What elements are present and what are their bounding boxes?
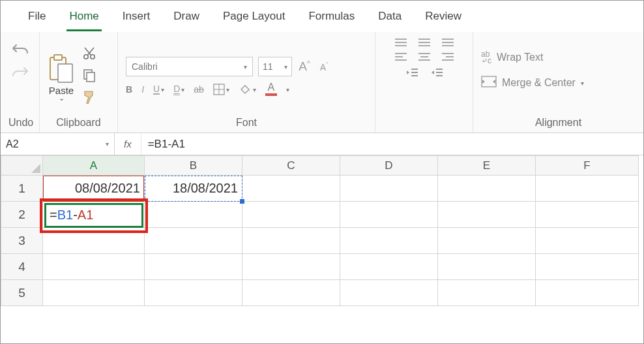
chevron-down-icon: ▾	[253, 86, 256, 93]
cell-C5[interactable]	[242, 280, 340, 306]
chevron-down-icon: ▾	[181, 86, 184, 93]
align-top-icon[interactable]	[395, 39, 407, 46]
merge-center-icon	[481, 76, 497, 90]
underline-button[interactable]: U ▾	[153, 84, 164, 95]
ribbon-body: Undo Paste ⌄ Clipboard	[1, 32, 643, 133]
paste-dropdown-icon[interactable]: ⌄	[59, 96, 65, 100]
col-header-E[interactable]: E	[438, 156, 536, 176]
cell-A3[interactable]	[43, 228, 145, 254]
font-name-value: Calibri	[132, 61, 158, 72]
tab-home[interactable]: Home	[66, 6, 101, 31]
tab-formulas[interactable]: Formulas	[306, 6, 357, 31]
decrease-indent-icon[interactable]	[405, 67, 418, 80]
cell-A5[interactable]	[43, 280, 145, 306]
tab-review[interactable]: Review	[422, 6, 464, 31]
cut-icon[interactable]	[82, 46, 96, 63]
chevron-down-icon: ▾	[161, 86, 164, 93]
row-header-1[interactable]: 1	[1, 176, 43, 202]
cell-D3[interactable]	[340, 228, 438, 254]
tab-insert[interactable]: Insert	[120, 6, 153, 31]
cell-C3[interactable]	[242, 228, 340, 254]
cell-A1[interactable]: 08/08/2021	[43, 176, 145, 202]
copy-icon[interactable]	[82, 68, 96, 84]
tab-file[interactable]: File	[25, 6, 48, 31]
decrease-font-icon[interactable]: Aˇ	[317, 61, 331, 72]
align-bottom-icon[interactable]	[442, 39, 454, 46]
font-size-select[interactable]: 11 ▾	[258, 57, 292, 76]
paste-button[interactable]: Paste ⌄	[48, 54, 75, 100]
tab-data[interactable]: Data	[375, 6, 404, 31]
row-header-5[interactable]: 5	[1, 280, 43, 306]
cell-D4[interactable]	[340, 254, 438, 280]
cell-F1[interactable]	[536, 176, 639, 202]
group-label-clipboard: Clipboard	[48, 114, 110, 130]
cell-C2[interactable]	[242, 202, 340, 228]
undo-icon[interactable]	[11, 42, 29, 57]
svg-rect-2	[58, 64, 72, 82]
worksheet: A B C D E F 1 08/08/2021 18/08/2021 2 3	[1, 155, 643, 306]
bold-button[interactable]: B	[126, 84, 132, 95]
group-label-alignment: Alignment	[481, 114, 636, 130]
align-middle-icon[interactable]	[418, 39, 430, 46]
svg-rect-6	[87, 72, 95, 82]
cell-E2[interactable]	[438, 202, 536, 228]
cell-E1[interactable]	[438, 176, 536, 202]
borders-button[interactable]: ▾	[213, 84, 229, 95]
chevron-down-icon: ▾	[244, 63, 247, 70]
font-name-select[interactable]: Calibri ▾	[126, 57, 253, 76]
col-header-D[interactable]: D	[340, 156, 438, 176]
wrap-text-button[interactable]: ab⤶c Wrap Text	[481, 51, 543, 64]
format-painter-icon[interactable]	[81, 89, 97, 107]
font-size-value: 11	[263, 61, 273, 72]
wrap-text-icon: ab⤶c	[481, 51, 491, 64]
cell-F3[interactable]	[536, 228, 639, 254]
col-header-F[interactable]: F	[536, 156, 639, 176]
font-color-button[interactable]: A	[265, 83, 277, 96]
align-left-icon[interactable]	[395, 53, 407, 61]
double-underline-button[interactable]: D ▾	[173, 84, 184, 95]
row-header-3[interactable]: 3	[1, 228, 43, 254]
cell-F5[interactable]	[536, 280, 639, 306]
cell-E4[interactable]	[438, 254, 536, 280]
cell-B3[interactable]	[145, 228, 242, 254]
increase-font-icon[interactable]: A^	[297, 59, 312, 74]
chevron-down-icon: ▾	[284, 63, 287, 70]
col-header-B[interactable]: B	[145, 156, 242, 176]
strike-button[interactable]: ab	[194, 84, 204, 95]
merge-center-button[interactable]: Merge & Center ▾	[481, 76, 584, 90]
align-right-icon[interactable]	[442, 53, 454, 61]
cell-D1[interactable]	[340, 176, 438, 202]
cell-C1[interactable]	[242, 176, 340, 202]
cell-B2[interactable]	[145, 202, 242, 228]
cell-C4[interactable]	[242, 254, 340, 280]
cell-D2[interactable]	[340, 202, 438, 228]
cell-B5[interactable]	[145, 280, 242, 306]
increase-indent-icon[interactable]	[430, 67, 443, 80]
align-center-icon[interactable]	[418, 53, 430, 61]
italic-button[interactable]: I	[141, 84, 144, 95]
group-font: Calibri ▾ 11 ▾ A^ Aˇ B I U ▾ D ▾ ab ▾	[118, 32, 375, 133]
grid[interactable]: A B C D E F 1 08/08/2021 18/08/2021 2 3	[1, 155, 639, 306]
col-header-C[interactable]: C	[242, 156, 340, 176]
formula-bar: A2 ▾ fx =B1-A1	[1, 133, 643, 155]
cell-F2[interactable]	[536, 202, 639, 228]
tab-draw[interactable]: Draw	[171, 6, 202, 31]
formula-input[interactable]: =B1-A1	[141, 138, 643, 151]
fx-icon[interactable]: fx	[115, 133, 141, 155]
cell-D5[interactable]	[340, 280, 438, 306]
col-header-A[interactable]: A	[43, 156, 145, 176]
fill-color-button[interactable]: ▾	[239, 84, 256, 95]
tab-page-layout[interactable]: Page Layout	[220, 6, 287, 31]
cell-E3[interactable]	[438, 228, 536, 254]
cell-A4[interactable]	[43, 254, 145, 280]
cell-F4[interactable]	[536, 254, 639, 280]
redo-icon[interactable]	[11, 65, 29, 80]
cell-B1[interactable]: 18/08/2021	[145, 176, 242, 202]
cell-A2-formula-display: =B1-A1	[50, 208, 93, 223]
ribbon-tabs: File Home Insert Draw Page Layout Formul…	[1, 1, 643, 32]
cell-B4[interactable]	[145, 254, 242, 280]
name-box[interactable]: A2 ▾	[1, 133, 115, 155]
cell-E5[interactable]	[438, 280, 536, 306]
row-header-2[interactable]: 2	[1, 202, 43, 228]
row-header-4[interactable]: 4	[1, 254, 43, 280]
